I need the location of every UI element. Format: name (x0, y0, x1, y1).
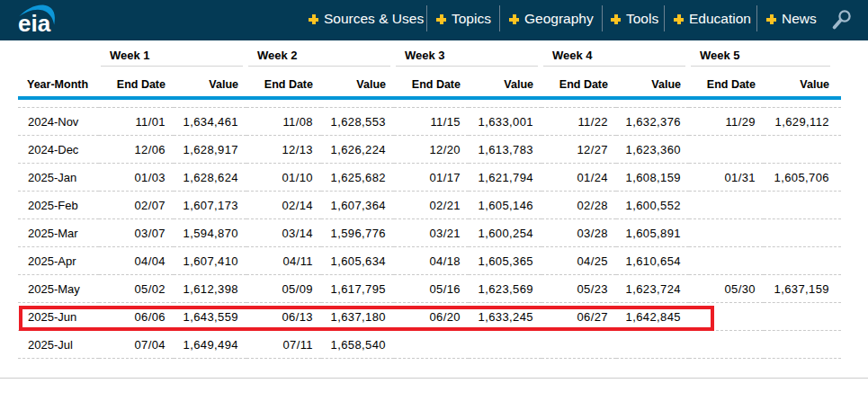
svg-text:eia: eia (18, 10, 51, 37)
